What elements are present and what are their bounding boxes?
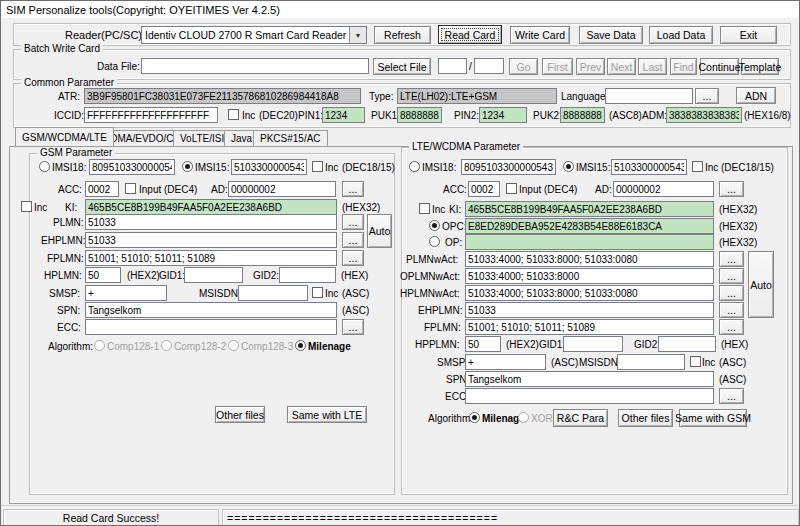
- gsm-acc-input-checkbox[interactable]: [125, 183, 136, 194]
- gsm-gid1-input[interactable]: [184, 267, 243, 283]
- lte-imsi-inc-checkbox[interactable]: [692, 161, 703, 172]
- first-button[interactable]: First: [542, 58, 573, 75]
- next-button[interactable]: Next: [607, 58, 636, 75]
- gsm-imsi18-input[interactable]: [89, 159, 175, 175]
- lte-ecc-input[interactable]: [465, 388, 714, 404]
- gsm-plmn-browse-button[interactable]: ...: [342, 214, 364, 230]
- gsm-ehplmn-input[interactable]: [85, 232, 337, 248]
- gsm-ecc-browse-button[interactable]: ...: [342, 319, 364, 335]
- tab-gsm-wcdma-lte[interactable]: GSM/WCDMA/LTE: [15, 127, 114, 146]
- gsm-gid2-input[interactable]: [279, 267, 336, 283]
- select-file-button[interactable]: Select File: [373, 58, 431, 75]
- batch-pos-input[interactable]: [438, 58, 467, 74]
- puk2-input[interactable]: [560, 107, 605, 123]
- gsm-fplmn-browse-button[interactable]: ...: [342, 250, 364, 266]
- lte-op-input[interactable]: [465, 234, 714, 250]
- lte-acc-input[interactable]: [468, 181, 500, 197]
- gsm-ki-input[interactable]: [85, 199, 337, 215]
- save-data-button[interactable]: Save Data: [579, 26, 643, 44]
- gsm-acc-input[interactable]: [85, 181, 119, 197]
- gsm-ad-input[interactable]: [228, 181, 336, 197]
- lte-oplmnwact-input[interactable]: [465, 268, 714, 284]
- gsm-msisdn-inc-checkbox[interactable]: [312, 287, 323, 298]
- dropdown-arrow-icon[interactable]: ▼: [349, 27, 366, 43]
- lte-other-files-button[interactable]: Other files: [618, 409, 673, 427]
- lte-imsi18-input[interactable]: [461, 159, 556, 175]
- lte-imsi15-radio[interactable]: [563, 161, 574, 172]
- language-browse-button[interactable]: ...: [695, 88, 719, 104]
- data-file-input[interactable]: [141, 58, 369, 74]
- tab-pkcs15-ac[interactable]: PKCS#15/AC: [253, 130, 328, 146]
- lte-smsp-input[interactable]: [465, 354, 546, 370]
- load-data-button[interactable]: Load Data: [649, 26, 713, 44]
- lte-opc-radio[interactable]: [429, 220, 440, 231]
- lte-plmnwact-input[interactable]: [465, 251, 714, 267]
- gsm-plmn-input[interactable]: [85, 214, 337, 230]
- write-card-button[interactable]: Write Card: [510, 26, 570, 44]
- lte-spn-input[interactable]: [465, 371, 714, 387]
- lte-xor-radio[interactable]: [518, 412, 529, 423]
- lte-hplmnwact-browse-button[interactable]: ...: [719, 285, 744, 301]
- batch-total-input[interactable]: [474, 58, 504, 74]
- lte-rc-para-button[interactable]: R&C Para: [553, 409, 608, 427]
- gsm-other-files-button[interactable]: Other files: [215, 406, 265, 423]
- pin2-input[interactable]: [479, 107, 527, 123]
- lte-oplmnwact-browse-button[interactable]: ...: [719, 268, 744, 284]
- lte-ad-browse-button[interactable]: ...: [719, 181, 744, 197]
- language-input[interactable]: [605, 88, 693, 104]
- puk1-input[interactable]: [397, 107, 442, 123]
- template-button[interactable]: Template: [741, 58, 779, 75]
- gsm-ehplmn-browse-button[interactable]: ...: [342, 232, 364, 248]
- lte-ki-inc-checkbox[interactable]: [419, 203, 430, 214]
- gsm-imsi-inc-checkbox[interactable]: [312, 161, 323, 172]
- lte-opc-input[interactable]: [465, 218, 714, 234]
- find-button[interactable]: Find: [670, 58, 697, 75]
- read-card-button[interactable]: Read Card: [438, 25, 502, 44]
- go-button[interactable]: Go: [509, 58, 538, 75]
- lte-hplmnwact-input[interactable]: [465, 285, 714, 301]
- lte-msisdn-input[interactable]: [617, 354, 685, 370]
- lte-imsi15-input[interactable]: [611, 159, 687, 175]
- lte-gid2-input[interactable]: [658, 336, 716, 352]
- iccid-inc-checkbox[interactable]: [228, 109, 239, 120]
- gsm-fplmn-input[interactable]: [85, 250, 337, 266]
- lte-ecc-browse-button[interactable]: ...: [719, 388, 744, 404]
- exit-button[interactable]: Exit: [720, 26, 777, 44]
- gsm-milenage-radio[interactable]: [295, 340, 306, 351]
- refresh-button[interactable]: Refresh: [374, 26, 431, 44]
- adm-input[interactable]: [666, 107, 742, 123]
- lte-fplmn-input[interactable]: [465, 319, 714, 335]
- lte-ehplmn-input[interactable]: [465, 302, 714, 318]
- gsm-ki-inc-checkbox[interactable]: [21, 201, 32, 212]
- gsm-imsi18-radio[interactable]: [39, 161, 50, 172]
- iccid-input[interactable]: [84, 107, 218, 123]
- gsm-smsp-input[interactable]: [85, 285, 167, 301]
- gsm-ecc-input[interactable]: [85, 319, 337, 335]
- gsm-msisdn-input[interactable]: [238, 285, 308, 301]
- continue-button[interactable]: Continue: [700, 58, 739, 75]
- prev-button[interactable]: Prev: [576, 58, 605, 75]
- lte-same-with-gsm-button[interactable]: Same with GSM: [679, 409, 747, 427]
- lte-auto-button[interactable]: Auto: [748, 251, 774, 318]
- gsm-imsi15-input[interactable]: [231, 159, 307, 175]
- gsm-ad-browse-button[interactable]: ...: [342, 181, 364, 197]
- gsm-comp128-3-radio[interactable]: [228, 340, 239, 351]
- lte-plmnwact-browse-button[interactable]: ...: [719, 251, 744, 267]
- gsm-spn-input[interactable]: [85, 302, 337, 318]
- lte-ki-input[interactable]: [465, 201, 714, 217]
- lte-gid1-input[interactable]: [563, 336, 623, 352]
- gsm-comp128-2-radio[interactable]: [161, 340, 172, 351]
- adn-button[interactable]: ADN: [736, 87, 776, 104]
- reader-select[interactable]: Identiv CLOUD 2700 R Smart Card Reader 0…: [141, 26, 367, 44]
- lte-milenage-radio[interactable]: [469, 412, 480, 423]
- lte-ehplmn-browse-button[interactable]: ...: [719, 302, 744, 318]
- lte-hpplmn-input[interactable]: [465, 336, 501, 352]
- lte-fplmn-browse-button[interactable]: ...: [719, 319, 744, 335]
- lte-imsi18-radio[interactable]: [409, 161, 420, 172]
- pin1-input[interactable]: [322, 107, 365, 123]
- lte-msisdn-inc-checkbox[interactable]: [690, 356, 701, 367]
- last-button[interactable]: Last: [638, 58, 667, 75]
- lte-ad-input[interactable]: [613, 181, 714, 197]
- gsm-auto-button[interactable]: Auto: [367, 214, 392, 248]
- lte-op-radio[interactable]: [429, 236, 440, 247]
